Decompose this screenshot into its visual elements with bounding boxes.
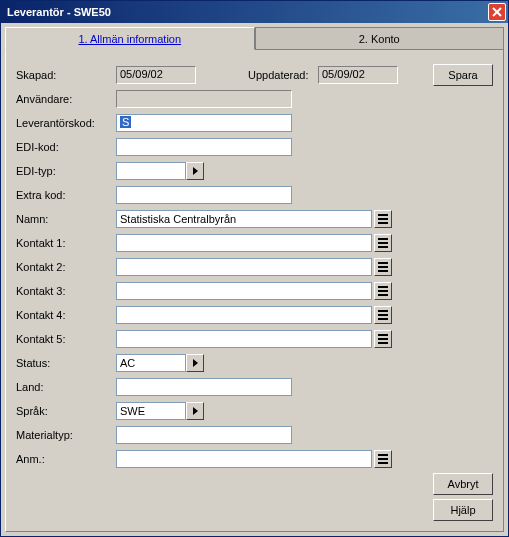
svg-rect-9 bbox=[378, 262, 388, 264]
window: Leverantör - SWE50 1. Allmän information… bbox=[0, 0, 509, 537]
chevron-right-icon bbox=[191, 407, 199, 415]
kontakt5-lookup-button[interactable] bbox=[374, 330, 392, 348]
label-edityp: EDI-typ: bbox=[16, 165, 116, 177]
label-namn: Namn: bbox=[16, 213, 116, 225]
close-button[interactable] bbox=[488, 3, 506, 21]
list-icon bbox=[377, 333, 389, 345]
cancel-button[interactable]: Avbryt bbox=[433, 473, 493, 495]
field-anm[interactable] bbox=[116, 450, 372, 468]
kontakt4-lookup-button[interactable] bbox=[374, 306, 392, 324]
label-materialtyp: Materialtyp: bbox=[16, 429, 116, 441]
field-sprak[interactable] bbox=[116, 402, 186, 420]
tab-label: 2. Konto bbox=[359, 33, 400, 45]
anm-lookup-button[interactable] bbox=[374, 450, 392, 468]
tabpanel: Spara Skapad: 05/09/02 Uppdaterad: 05/09… bbox=[5, 50, 504, 532]
list-icon bbox=[377, 261, 389, 273]
namn-lookup-button[interactable] bbox=[374, 210, 392, 228]
svg-rect-24 bbox=[378, 458, 388, 460]
field-edityp[interactable] bbox=[116, 162, 186, 180]
field-land[interactable] bbox=[116, 378, 292, 396]
list-icon bbox=[377, 309, 389, 321]
label-uppdaterad: Uppdaterad: bbox=[248, 69, 318, 81]
label-leverantorskod: Leverantörskod: bbox=[16, 117, 116, 129]
titlebar: Leverantör - SWE50 bbox=[1, 1, 508, 23]
tab-konto[interactable]: 2. Konto bbox=[255, 27, 505, 50]
tabstrip: 1. Allmän information 2. Konto bbox=[5, 27, 504, 50]
label-kontakt5: Kontakt 5: bbox=[16, 333, 116, 345]
svg-rect-20 bbox=[378, 342, 388, 344]
field-leverantorskod[interactable]: S bbox=[116, 114, 292, 132]
sprak-dropdown-button[interactable] bbox=[186, 402, 204, 420]
button-column-top: Spara bbox=[433, 64, 493, 86]
svg-rect-12 bbox=[378, 286, 388, 288]
close-icon bbox=[492, 7, 502, 17]
save-button[interactable]: Spara bbox=[433, 64, 493, 86]
svg-rect-8 bbox=[378, 246, 388, 248]
field-materialtyp[interactable] bbox=[116, 426, 292, 444]
label-land: Land: bbox=[16, 381, 116, 393]
label-skapad: Skapad: bbox=[16, 69, 116, 81]
label-anvandare: Användare: bbox=[16, 93, 116, 105]
edityp-dropdown-button[interactable] bbox=[186, 162, 204, 180]
field-kontakt1[interactable] bbox=[116, 234, 372, 252]
svg-rect-11 bbox=[378, 270, 388, 272]
row-created-updated: Skapad: 05/09/02 Uppdaterad: 05/09/02 bbox=[16, 64, 493, 85]
list-icon bbox=[377, 453, 389, 465]
list-icon bbox=[377, 237, 389, 249]
label-kontakt1: Kontakt 1: bbox=[16, 237, 116, 249]
label-kontakt3: Kontakt 3: bbox=[16, 285, 116, 297]
svg-marker-21 bbox=[193, 359, 198, 367]
label-kontakt4: Kontakt 4: bbox=[16, 309, 116, 321]
field-kontakt5[interactable] bbox=[116, 330, 372, 348]
window-title: Leverantör - SWE50 bbox=[7, 6, 488, 18]
kontakt3-lookup-button[interactable] bbox=[374, 282, 392, 300]
svg-rect-15 bbox=[378, 310, 388, 312]
field-status[interactable] bbox=[116, 354, 186, 372]
svg-rect-3 bbox=[378, 214, 388, 216]
label-kontakt2: Kontakt 2: bbox=[16, 261, 116, 273]
svg-rect-5 bbox=[378, 222, 388, 224]
label-extrakod: Extra kod: bbox=[16, 189, 116, 201]
field-anvandare bbox=[116, 90, 292, 108]
svg-rect-7 bbox=[378, 242, 388, 244]
field-skapad: 05/09/02 bbox=[116, 66, 196, 84]
label-anm: Anm.: bbox=[16, 453, 116, 465]
field-uppdaterad: 05/09/02 bbox=[318, 66, 398, 84]
field-kontakt3[interactable] bbox=[116, 282, 372, 300]
field-kontakt2[interactable] bbox=[116, 258, 372, 276]
chevron-right-icon bbox=[191, 359, 199, 367]
field-kontakt4[interactable] bbox=[116, 306, 372, 324]
field-namn[interactable] bbox=[116, 210, 372, 228]
kontakt1-lookup-button[interactable] bbox=[374, 234, 392, 252]
list-icon bbox=[377, 285, 389, 297]
svg-marker-22 bbox=[193, 407, 198, 415]
svg-rect-16 bbox=[378, 314, 388, 316]
svg-rect-10 bbox=[378, 266, 388, 268]
field-extrakod[interactable] bbox=[116, 186, 292, 204]
svg-marker-2 bbox=[193, 167, 198, 175]
svg-rect-13 bbox=[378, 290, 388, 292]
label-status: Status: bbox=[16, 357, 116, 369]
label-sprak: Språk: bbox=[16, 405, 116, 417]
svg-rect-6 bbox=[378, 238, 388, 240]
button-column-bottom: Avbryt Hjälp bbox=[433, 473, 493, 521]
svg-rect-23 bbox=[378, 454, 388, 456]
svg-rect-25 bbox=[378, 462, 388, 464]
svg-rect-18 bbox=[378, 334, 388, 336]
svg-rect-4 bbox=[378, 218, 388, 220]
tab-label: 1. Allmän information bbox=[78, 33, 181, 45]
list-icon bbox=[377, 213, 389, 225]
help-button[interactable]: Hjälp bbox=[433, 499, 493, 521]
svg-rect-19 bbox=[378, 338, 388, 340]
kontakt2-lookup-button[interactable] bbox=[374, 258, 392, 276]
status-dropdown-button[interactable] bbox=[186, 354, 204, 372]
svg-rect-17 bbox=[378, 318, 388, 320]
tab-general-info[interactable]: 1. Allmän information bbox=[5, 27, 255, 50]
field-edikod[interactable] bbox=[116, 138, 292, 156]
label-edikod: EDI-kod: bbox=[16, 141, 116, 153]
chevron-right-icon bbox=[191, 167, 199, 175]
svg-rect-14 bbox=[378, 294, 388, 296]
